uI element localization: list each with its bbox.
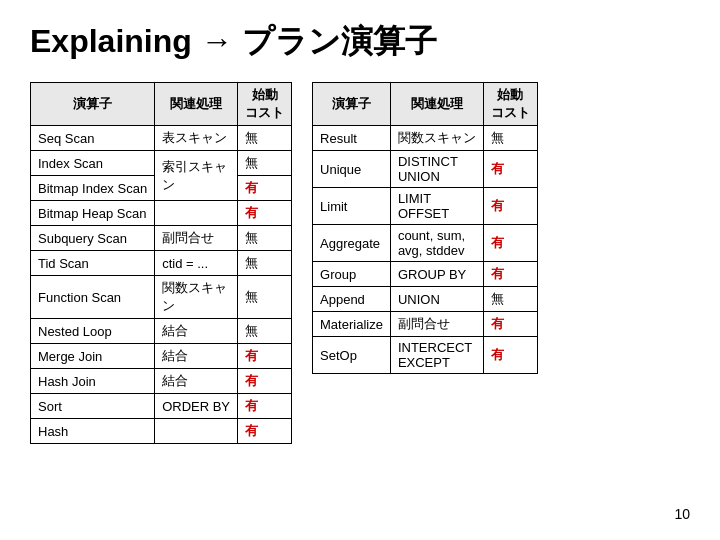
process-cell — [155, 419, 238, 444]
cost-cell: 有 — [238, 369, 292, 394]
operator-cell: Seq Scan — [31, 126, 155, 151]
operator-cell: Index Scan — [31, 151, 155, 176]
process-cell: UNION — [390, 287, 483, 312]
table-row: Result 関数スキャン 無 — [313, 126, 538, 151]
table-row: Materialize 副問合せ 有 — [313, 312, 538, 337]
operator-cell: Unique — [313, 151, 391, 188]
page: Explaining → プラン演算子 演算子 関連処理 始動コスト Seq S… — [0, 0, 720, 540]
table-row: Sort ORDER BY 有 — [31, 394, 292, 419]
table-row: Index Scan 索引スキャン 無 — [31, 151, 292, 176]
cost-cell: 無 — [483, 126, 537, 151]
process-cell: 結合 — [155, 369, 238, 394]
process-cell: ORDER BY — [155, 394, 238, 419]
table-row: Merge Join 結合 有 — [31, 344, 292, 369]
operator-cell: Append — [313, 287, 391, 312]
operator-cell: Bitmap Index Scan — [31, 176, 155, 201]
left-header-operator: 演算子 — [31, 83, 155, 126]
cost-cell: 無 — [238, 251, 292, 276]
cost-cell: 有 — [483, 262, 537, 287]
process-cell: GROUP BY — [390, 262, 483, 287]
operator-cell: Sort — [31, 394, 155, 419]
cost-cell: 有 — [238, 176, 292, 201]
table-row: Subquery Scan 副問合せ 無 — [31, 226, 292, 251]
table-row: Function Scan 関数スキャン 無 — [31, 276, 292, 319]
cost-cell: 有 — [238, 344, 292, 369]
table-row: Seq Scan 表スキャン 無 — [31, 126, 292, 151]
cost-cell: 有 — [238, 394, 292, 419]
cost-cell: 有 — [483, 337, 537, 374]
operator-cell: Limit — [313, 188, 391, 225]
cost-cell: 有 — [483, 151, 537, 188]
cost-cell: 有 — [483, 312, 537, 337]
cost-cell: 無 — [238, 151, 292, 176]
operator-cell: Hash — [31, 419, 155, 444]
cost-cell: 無 — [238, 126, 292, 151]
table-row: Aggregate count, sum,avg, stddev 有 — [313, 225, 538, 262]
table-row: Append UNION 無 — [313, 287, 538, 312]
operator-cell: Hash Join — [31, 369, 155, 394]
right-header-operator: 演算子 — [313, 83, 391, 126]
cost-cell: 有 — [238, 419, 292, 444]
table-row: Bitmap Heap Scan 有 — [31, 201, 292, 226]
right-header-cost: 始動コスト — [483, 83, 537, 126]
page-title: Explaining → プラン演算子 — [30, 20, 690, 64]
operator-cell: Materialize — [313, 312, 391, 337]
operator-cell: Nested Loop — [31, 319, 155, 344]
cost-cell: 無 — [483, 287, 537, 312]
tables-container: 演算子 関連処理 始動コスト Seq Scan 表スキャン 無 Index Sc… — [30, 82, 690, 444]
process-cell — [155, 201, 238, 226]
process-cell: ctid = ... — [155, 251, 238, 276]
cost-cell: 有 — [483, 225, 537, 262]
operator-cell: SetOp — [313, 337, 391, 374]
cost-cell: 有 — [483, 188, 537, 225]
table-row: Tid Scan ctid = ... 無 — [31, 251, 292, 276]
right-table: 演算子 関連処理 始動コスト Result 関数スキャン 無 Unique DI… — [312, 82, 538, 374]
cost-cell: 無 — [238, 226, 292, 251]
table-row: Limit LIMITOFFSET 有 — [313, 188, 538, 225]
operator-cell: Result — [313, 126, 391, 151]
process-cell: 関数スキャン — [390, 126, 483, 151]
process-cell: 結合 — [155, 344, 238, 369]
table-row: SetOp INTERCECTEXCEPT 有 — [313, 337, 538, 374]
operator-cell: Aggregate — [313, 225, 391, 262]
operator-cell: Function Scan — [31, 276, 155, 319]
process-cell: INTERCECTEXCEPT — [390, 337, 483, 374]
left-header-cost: 始動コスト — [238, 83, 292, 126]
right-header-process: 関連処理 — [390, 83, 483, 126]
cost-cell: 無 — [238, 276, 292, 319]
operator-cell: Merge Join — [31, 344, 155, 369]
table-row: Group GROUP BY 有 — [313, 262, 538, 287]
table-row: Nested Loop 結合 無 — [31, 319, 292, 344]
cost-cell: 有 — [238, 201, 292, 226]
operator-cell: Group — [313, 262, 391, 287]
process-cell: 副問合せ — [155, 226, 238, 251]
process-cell: DISTINCTUNION — [390, 151, 483, 188]
cost-cell: 無 — [238, 319, 292, 344]
left-header-process: 関連処理 — [155, 83, 238, 126]
process-cell: 表スキャン — [155, 126, 238, 151]
process-cell: 副問合せ — [390, 312, 483, 337]
operator-cell: Tid Scan — [31, 251, 155, 276]
operator-cell: Subquery Scan — [31, 226, 155, 251]
page-number: 10 — [674, 506, 690, 522]
table-row: Hash Join 結合 有 — [31, 369, 292, 394]
table-row: Hash 有 — [31, 419, 292, 444]
process-cell: 関数スキャン — [155, 276, 238, 319]
left-table: 演算子 関連処理 始動コスト Seq Scan 表スキャン 無 Index Sc… — [30, 82, 292, 444]
process-cell: 結合 — [155, 319, 238, 344]
table-row: Unique DISTINCTUNION 有 — [313, 151, 538, 188]
process-cell: 索引スキャン — [155, 151, 238, 201]
operator-cell: Bitmap Heap Scan — [31, 201, 155, 226]
process-cell: count, sum,avg, stddev — [390, 225, 483, 262]
process-cell: LIMITOFFSET — [390, 188, 483, 225]
